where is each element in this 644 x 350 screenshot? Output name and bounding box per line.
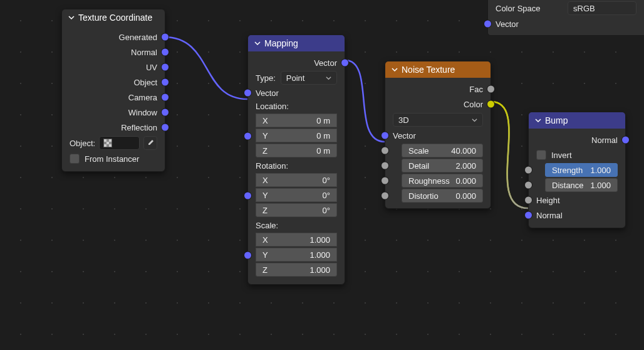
reflection-socket-out[interactable] [162,124,169,131]
chevron-down-icon [254,40,261,46]
scale-socket-in[interactable] [244,252,251,259]
node-title: Bump [545,115,568,125]
output-row-object: Object [62,75,165,90]
height-label: Height [536,196,560,205]
mapping-node[interactable]: Mapping Vector Type: Point Vector Locati… [247,34,345,285]
node-title: Mapping [264,38,298,48]
distortio-field[interactable]: Distortio0.000 [402,189,483,203]
normal-socket-out[interactable] [622,137,629,144]
object-field[interactable] [99,136,140,150]
output-label: Reflection [121,123,157,132]
output-label: Normal [131,48,157,57]
node-header[interactable]: Mapping [248,35,345,51]
chevron-down-icon [535,117,541,124]
location-y-field[interactable]: Y0 m [256,129,337,142]
color-socket-out[interactable] [487,101,494,108]
normal-socket-out[interactable] [162,49,169,56]
scale-x-field[interactable]: X1.000 [256,233,337,247]
generated-socket-out[interactable] [162,34,169,41]
rotation-x-field[interactable]: X0° [256,173,337,187]
detail-field[interactable]: Detail2.000 [402,159,483,172]
node-title: Noise Texture [402,65,455,75]
noise-texture-node[interactable]: Noise Texture Fac Color 3D Vector Scale4… [385,61,491,209]
colorspace-dropdown[interactable]: sRGB [568,1,636,15]
rotation-socket-in[interactable] [244,193,251,199]
eyedropper-button[interactable] [143,136,157,150]
invert-checkbox[interactable] [536,150,546,160]
dimensions-dropdown[interactable]: 3D [393,113,483,127]
node-title: Texture Coordinate [78,13,152,23]
output-label: Object [133,78,157,87]
scale-field[interactable]: Scale40.000 [402,144,483,157]
strength-socket-in[interactable] [525,167,532,174]
chevron-down-icon [68,14,75,21]
output-label: Window [128,108,157,117]
type-label: Type: [256,73,276,83]
output-row-camera: Camera [62,90,165,105]
bump-node[interactable]: Bump Normal Invert Strength1.000 Distanc… [528,112,626,228]
from-instancer-checkbox[interactable] [70,154,80,164]
vector-in-label: Vector [496,19,519,29]
window-socket-out[interactable] [162,109,169,116]
node-header[interactable]: Texture Coordinate [62,9,165,26]
normal-in-label: Normal [536,211,563,220]
roughness-socket-in[interactable] [382,178,388,184]
height-socket-in[interactable] [525,197,532,204]
node-header[interactable]: Bump [529,112,625,129]
vector-out-label: Vector [314,58,337,68]
object-label: Object: [70,139,95,148]
rotation-label: Rotation: [248,160,345,172]
output-row-window: Window [62,105,165,120]
normal-socket-in[interactable] [525,212,532,219]
output-label: UV [146,63,157,72]
type-dropdown[interactable]: Point [281,71,337,85]
roughness-field[interactable]: Roughness0.000 [402,174,483,188]
fac-socket-out[interactable] [487,86,494,93]
distance-socket-in[interactable] [525,182,532,189]
color-label: Color [464,100,483,109]
from-instancer-label: From Instancer [85,154,139,164]
chevron-down-icon [392,66,398,73]
distance-field[interactable]: Distance1.000 [545,178,618,192]
scale-socket-in[interactable] [382,147,388,154]
uv-socket-out[interactable] [162,64,169,71]
rotation-z-field[interactable]: Z0° [256,203,337,217]
output-label: Camera [128,93,157,102]
output-label: Generated [119,33,157,42]
vector-socket-in[interactable] [244,90,251,97]
location-x-field[interactable]: X0 m [256,114,337,127]
scale-z-field[interactable]: Z1.000 [256,263,337,277]
location-z-field[interactable]: Z0 m [256,144,337,157]
chevron-down-icon [326,73,331,83]
vector-in-label: Vector [256,88,279,98]
location-label: Location: [248,100,345,112]
invert-label: Invert [551,151,572,160]
output-row-generated: Generated [62,29,165,45]
distortio-socket-in[interactable] [382,193,388,199]
normal-out-label: Normal [591,135,618,145]
camera-socket-out[interactable] [162,94,169,101]
node-header[interactable]: Noise Texture [385,61,491,78]
vector-label: Vector [393,131,416,141]
output-row-normal: Normal [62,45,165,60]
colorspace-label: Color Space [496,4,541,13]
scale-label: Scale: [248,220,345,231]
vector-socket-out[interactable] [341,60,348,66]
detail-socket-in[interactable] [382,162,388,169]
vector-socket-in[interactable] [382,132,388,139]
vector-socket-in[interactable] [484,21,491,28]
object-socket-out[interactable] [162,79,169,86]
output-row-uv: UV [62,60,165,75]
chevron-down-icon [472,115,477,125]
output-row-reflection: Reflection [62,120,165,135]
texture-coordinate-node[interactable]: Texture Coordinate GeneratedNormalUVObje… [61,9,165,172]
image-texture-node-partial[interactable]: Color Space sRGB Vector [487,0,644,36]
rotation-y-field[interactable]: Y0° [256,188,337,202]
strength-field[interactable]: Strength1.000 [545,163,618,177]
object-icon [103,139,112,147]
location-socket-in[interactable] [244,133,251,140]
scale-y-field[interactable]: Y1.000 [256,248,337,262]
fac-label: Fac [469,85,483,94]
